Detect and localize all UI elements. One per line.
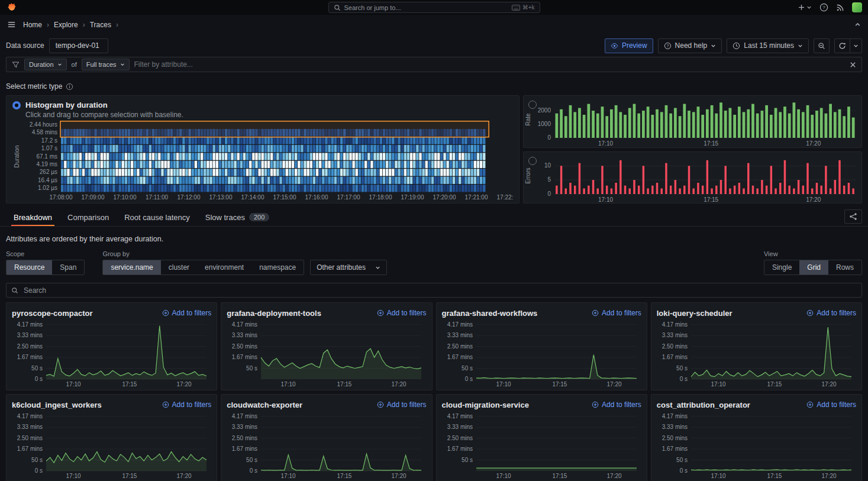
service-duration-chart[interactable]: 4.17 mins3.33 mins2.50 mins1.67 mins50 s… [657,411,856,480]
svg-text:17:10: 17:10 [496,473,511,479]
share-button[interactable] [844,209,862,224]
groupby-option-environment[interactable]: environment [197,260,251,275]
top-search[interactable]: Search or jump to... ⌘+k [328,2,540,13]
svg-text:67.1 ms: 67.1 ms [36,153,57,160]
svg-text:4.19 ms: 4.19 ms [36,161,57,167]
svg-text:17:20:00: 17:20:00 [433,194,456,201]
service-panel-header: pyroscope-compactorAdd to filters [12,307,211,319]
svg-text:3.33 mins: 3.33 mins [662,332,687,338]
breakdown-search [6,283,862,298]
svg-text:17:15: 17:15 [704,196,718,203]
service-duration-chart[interactable]: 4.17 mins3.33 mins2.50 mins1.67 mins50 s… [442,319,641,388]
mega-menu-toggle[interactable] [7,20,16,29]
tab-slow-traces[interactable]: Slow traces200 [198,208,277,226]
add-menu-button[interactable] [798,4,812,11]
service-title: k6cloud_ingest_workers [12,401,102,409]
collapse-controls-button[interactable] [854,21,861,28]
scope-option-resource[interactable]: Resource [7,260,52,275]
add-to-filters-button[interactable]: Add to filters [377,401,427,409]
duration-filter-dropdown[interactable]: Duration [24,59,67,70]
tab-breakdown[interactable]: Breakdown [6,208,60,226]
svg-text:17:15:00: 17:15:00 [273,194,296,201]
user-avatar[interactable] [852,2,862,12]
breadcrumb-item-home[interactable]: Home [23,21,42,29]
view-option-single[interactable]: Single [764,260,799,275]
refresh-button[interactable] [834,38,850,53]
svg-text:17:15: 17:15 [337,473,352,479]
service-panel-header: cost_attribution_operatorAdd to filters [657,399,856,411]
tab-comparison[interactable]: Comparison [60,208,117,226]
groupby-option-cluster[interactable]: cluster [161,260,197,275]
view-option-rows[interactable]: Rows [828,260,861,275]
svg-text:17:15: 17:15 [704,140,718,147]
svg-text:2.50 mins: 2.50 mins [232,435,257,441]
add-to-filters-button[interactable]: Add to filters [377,309,427,317]
svg-text:1.67 mins: 1.67 mins [232,446,257,452]
add-to-filters-label: Add to filters [387,309,427,317]
svg-text:17:17:00: 17:17:00 [337,194,360,201]
add-to-filters-button[interactable]: Add to filters [806,401,856,409]
breadcrumb-item-explore[interactable]: Explore [54,21,78,29]
add-to-filters-button[interactable]: Add to filters [592,309,641,317]
service-title: loki-query-scheduler [657,309,733,318]
add-to-filters-button[interactable]: Add to filters [162,401,212,409]
groupby-option-namespace[interactable]: namespace [251,260,304,275]
svg-text:4.17 mins: 4.17 mins [17,321,43,328]
svg-text:4.17 mins: 4.17 mins [447,321,472,328]
refresh-interval-button[interactable] [850,38,862,53]
view-group: SingleGridRows [764,260,862,275]
grafana-logo[interactable] [6,2,17,13]
svg-text:1.67 mins: 1.67 mins [232,354,257,360]
service-duration-chart[interactable]: 4.17 mins3.33 mins2.50 mins1.67 mins50 s… [227,411,426,480]
attribute-filter-input[interactable]: Filter by attribute... [134,60,193,69]
breakdown-search-input[interactable] [22,286,857,295]
top-actions: ? [798,2,862,12]
tab-label: Breakdown [14,213,52,222]
service-duration-chart[interactable]: 4.17 mins3.33 mins2.50 mins1.67 mins50 s… [12,319,211,388]
add-to-filters-button[interactable]: Add to filters [592,401,641,409]
traces-type-dropdown[interactable]: Full traces [82,59,130,70]
add-to-filters-button[interactable]: Add to filters [806,309,856,317]
breadcrumb-item-traces[interactable]: Traces [90,21,111,29]
time-range-picker[interactable]: Last 15 minutes [727,38,809,53]
rate-radio[interactable] [528,101,537,109]
service-duration-chart[interactable]: 4.17 mins3.33 mins2.50 mins1.67 mins50 s… [442,411,641,480]
svg-text:1.07 s: 1.07 s [41,145,57,151]
svg-text:1.67 mins: 1.67 mins [447,446,472,452]
svg-text:?: ? [666,43,669,47]
datasource-picker[interactable]: tempo-dev-01 [49,38,108,53]
svg-text:17:21:00: 17:21:00 [465,194,488,201]
other-attributes-dropdown[interactable]: Other attributes [310,260,387,275]
news-button[interactable] [836,4,844,12]
datasource-value: tempo-dev-01 [56,41,99,50]
groupby-option-service-name[interactable]: service.name [103,260,160,275]
svg-text:50 s: 50 s [31,365,43,372]
add-to-filters-button[interactable]: Add to filters [162,309,212,317]
preview-button[interactable]: Preview [605,38,653,53]
clear-filters-button[interactable] [850,62,856,68]
help-button[interactable]: ? [819,3,828,12]
duration-heatmap-chart[interactable]: Duration2.44 hours4.58 mins17.2 s1.07 s6… [12,119,513,202]
errors-chart[interactable]: Errors051017:1017:1517:20 [524,152,861,204]
add-to-filters-label: Add to filters [602,401,641,409]
scope-option-span[interactable]: Span [52,260,84,275]
close-icon [850,62,856,68]
service-duration-chart[interactable]: 4.17 mins3.33 mins2.50 mins1.67 mins50 s… [657,319,856,388]
metric-type-label: Select metric type [6,82,62,91]
rate-chart[interactable]: Rate01000200017:1017:1517:20 [524,96,861,147]
plus-circle-icon [592,309,599,317]
errors-radio[interactable] [528,157,537,165]
need-help-button[interactable]: ? Need help [658,38,722,53]
service-duration-chart[interactable]: 4.17 mins3.33 mins2.50 mins1.67 mins50 s… [227,319,426,388]
svg-text:50 s: 50 s [676,365,688,372]
service-duration-chart[interactable]: 4.17 mins3.33 mins2.50 mins1.67 mins50 s… [12,411,211,480]
histogram-radio[interactable] [12,101,21,109]
svg-text:17:15: 17:15 [767,381,782,388]
view-option-grid[interactable]: Grid [799,260,828,275]
info-circle-icon[interactable] [66,83,73,91]
other-attributes-label: Other attributes [317,263,366,272]
tab-root-cause-latency[interactable]: Root cause latency [117,208,198,226]
histogram-selection[interactable] [60,121,489,137]
zoom-out-button[interactable] [814,38,830,53]
eye-icon [611,42,618,50]
